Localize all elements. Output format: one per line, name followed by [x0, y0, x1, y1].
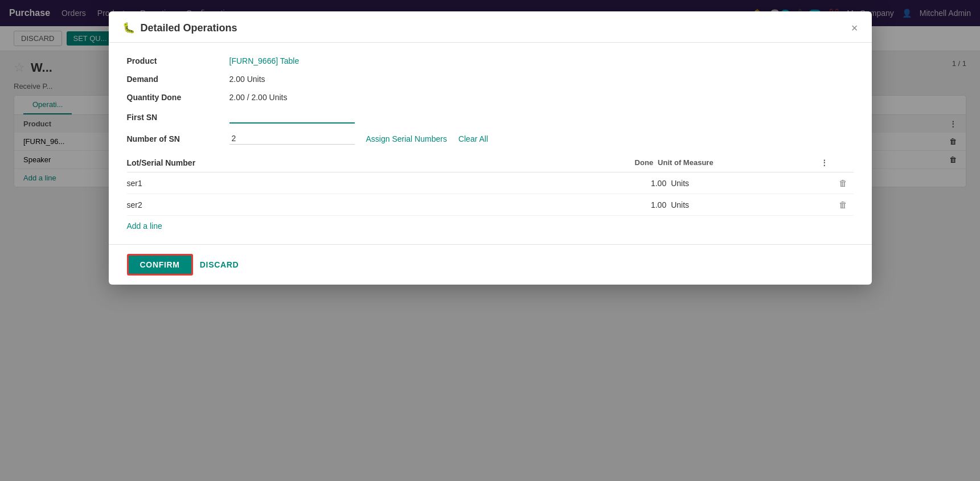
clear-all-link[interactable]: Clear All	[458, 134, 488, 143]
modal-body: Product [FURN_9666] Table Demand 2.00 Un…	[109, 43, 872, 244]
modal-title: Detailed Operations	[141, 22, 846, 34]
trash-icon-1: 🗑	[839, 178, 847, 188]
done-value-2: 1.00	[559, 200, 671, 209]
col-menu-header: ⋮	[816, 158, 833, 167]
field-first-sn: First SN	[127, 111, 854, 124]
first-sn-input[interactable]	[229, 111, 355, 124]
num-sn-label: Number of SN	[127, 134, 229, 143]
field-qty-done: Quantity Done 2.00 / 2.00 Units	[127, 93, 854, 102]
serial-row-2: ser2 1.00 Units 🗑	[127, 194, 854, 216]
modal-header: 🐛 Detailed Operations ×	[109, 11, 872, 43]
done-value-1: 1.00	[559, 179, 671, 188]
modal-detailed-operations: 🐛 Detailed Operations × Product [FURN_96…	[109, 11, 872, 285]
lot-value-1: ser1	[127, 179, 559, 188]
col-del-header	[833, 158, 854, 167]
modal-footer: CONFIRM DISCARD	[109, 244, 872, 285]
first-sn-label: First SN	[127, 113, 229, 122]
field-product: Product [FURN_9666] Table	[127, 56, 854, 65]
field-demand: Demand 2.00 Units	[127, 75, 854, 84]
num-sn-input[interactable]	[229, 133, 355, 145]
modal-close-button[interactable]: ×	[851, 22, 858, 34]
trash-icon-2: 🗑	[839, 200, 847, 209]
delete-row-2[interactable]: 🗑	[833, 200, 854, 209]
assign-serial-link[interactable]: Assign Serial Numbers	[366, 134, 447, 143]
delete-row-1[interactable]: 🗑	[833, 178, 854, 188]
lot-value-2: ser2	[127, 200, 559, 209]
uom-value-2: Units	[671, 200, 833, 209]
col-uom-header: Unit of Measure	[658, 158, 815, 167]
serial-table-header: Lot/Serial Number Done Unit of Measure ⋮	[127, 154, 854, 172]
product-value[interactable]: [FURN_9666] Table	[229, 56, 300, 65]
demand-value: 2.00 Units	[229, 75, 265, 84]
col-done-header: Done	[548, 158, 658, 167]
uom-value-1: Units	[671, 179, 833, 188]
col-lot-header: Lot/Serial Number	[127, 158, 548, 167]
confirm-button[interactable]: CONFIRM	[127, 254, 193, 276]
modal-discard-button[interactable]: DISCARD	[200, 260, 239, 269]
product-label: Product	[127, 56, 229, 65]
serial-row-1: ser1 1.00 Units 🗑	[127, 172, 854, 194]
demand-label: Demand	[127, 75, 229, 84]
serial-add-line[interactable]: Add a line	[127, 221, 162, 231]
serial-table: Lot/Serial Number Done Unit of Measure ⋮…	[127, 154, 854, 231]
field-num-sn: Number of SN Assign Serial Numbers Clear…	[127, 133, 854, 145]
modal-overlay: 🐛 Detailed Operations × Product [FURN_96…	[0, 0, 980, 481]
modal-bug-icon: 🐛	[122, 22, 135, 34]
qty-done-label: Quantity Done	[127, 93, 229, 102]
qty-done-value: 2.00 / 2.00 Units	[229, 93, 288, 102]
